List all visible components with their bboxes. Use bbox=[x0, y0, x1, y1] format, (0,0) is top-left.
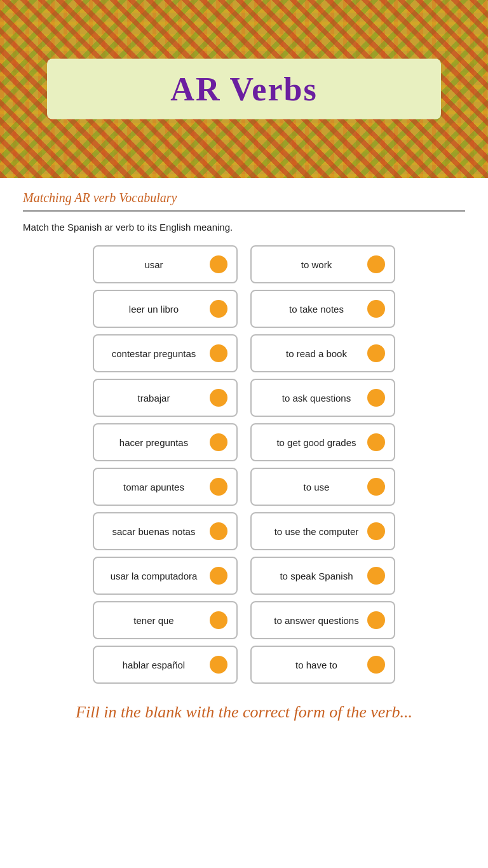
left-connector-dot[interactable] bbox=[210, 433, 227, 451]
english-term: to read a book bbox=[261, 348, 367, 359]
left-connector-dot[interactable] bbox=[210, 255, 227, 273]
spanish-term: hacer preguntas bbox=[103, 437, 210, 448]
english-term: to get good grades bbox=[261, 437, 367, 448]
english-card[interactable]: to read a book bbox=[250, 334, 395, 372]
left-connector-dot[interactable] bbox=[210, 300, 227, 318]
matching-row: sacar buenas notasto use the computer bbox=[23, 512, 465, 550]
english-card[interactable]: to work bbox=[250, 245, 395, 283]
bottom-title: Fill in the blank with the correct form … bbox=[23, 703, 465, 722]
left-connector-dot[interactable] bbox=[210, 478, 227, 496]
spanish-term: tomar apuntes bbox=[103, 482, 210, 492]
spanish-term: trabajar bbox=[103, 393, 210, 403]
english-term: to ask questions bbox=[261, 393, 367, 403]
right-connector-dot[interactable] bbox=[367, 567, 385, 585]
matching-row: tener queto answer questions bbox=[23, 601, 465, 639]
left-connector-dot[interactable] bbox=[210, 522, 227, 540]
header-background: AR Verbs bbox=[0, 0, 488, 178]
right-connector-dot[interactable] bbox=[367, 656, 385, 674]
matching-grid: usarto workleer un libroto take notescon… bbox=[23, 245, 465, 684]
right-connector-dot[interactable] bbox=[367, 300, 385, 318]
right-connector-dot[interactable] bbox=[367, 478, 385, 496]
english-card[interactable]: to ask questions bbox=[250, 379, 395, 417]
english-card[interactable]: to answer questions bbox=[250, 601, 395, 639]
spanish-card[interactable]: hablar español bbox=[93, 646, 238, 684]
matching-row: contestar preguntasto read a book bbox=[23, 334, 465, 372]
right-connector-dot[interactable] bbox=[367, 433, 385, 451]
section-instruction: Match the Spanish ar verb to its English… bbox=[23, 222, 465, 233]
left-connector-dot[interactable] bbox=[210, 567, 227, 585]
english-term: to use the computer bbox=[261, 526, 367, 537]
spanish-card[interactable]: contestar preguntas bbox=[93, 334, 238, 372]
spanish-card[interactable]: tener que bbox=[93, 601, 238, 639]
spanish-card[interactable]: hacer preguntas bbox=[93, 423, 238, 461]
spanish-term: usar bbox=[103, 259, 210, 270]
english-card[interactable]: to have to bbox=[250, 646, 395, 684]
spanish-card[interactable]: usar bbox=[93, 245, 238, 283]
english-term: to have to bbox=[261, 660, 367, 670]
section-title: Matching AR verb Vocabulary bbox=[23, 191, 465, 205]
right-connector-dot[interactable] bbox=[367, 389, 385, 407]
spanish-card[interactable]: tomar apuntes bbox=[93, 468, 238, 506]
english-term: to work bbox=[261, 259, 367, 270]
english-card[interactable]: to take notes bbox=[250, 290, 395, 328]
section-divider bbox=[23, 210, 465, 212]
english-card[interactable]: to use bbox=[250, 468, 395, 506]
spanish-term: contestar preguntas bbox=[103, 348, 210, 359]
left-connector-dot[interactable] bbox=[210, 656, 227, 674]
header-title-box: AR Verbs bbox=[47, 59, 441, 119]
spanish-term: sacar buenas notas bbox=[103, 526, 210, 537]
matching-row: tomar apuntesto use bbox=[23, 468, 465, 506]
english-term: to take notes bbox=[261, 304, 367, 315]
english-term: to speak Spanish bbox=[261, 571, 367, 581]
english-card[interactable]: to speak Spanish bbox=[250, 557, 395, 595]
right-connector-dot[interactable] bbox=[367, 255, 385, 273]
main-content: Matching AR verb Vocabulary Match the Sp… bbox=[0, 178, 488, 747]
spanish-term: tener que bbox=[103, 615, 210, 626]
matching-row: usarto work bbox=[23, 245, 465, 283]
matching-row: hacer preguntasto get good grades bbox=[23, 423, 465, 461]
right-connector-dot[interactable] bbox=[367, 611, 385, 629]
matching-row: trabajarto ask questions bbox=[23, 379, 465, 417]
english-card[interactable]: to get good grades bbox=[250, 423, 395, 461]
spanish-card[interactable]: trabajar bbox=[93, 379, 238, 417]
spanish-card[interactable]: usar la computadora bbox=[93, 557, 238, 595]
page-title: AR Verbs bbox=[85, 71, 403, 108]
spanish-card[interactable]: sacar buenas notas bbox=[93, 512, 238, 550]
matching-row: usar la computadorato speak Spanish bbox=[23, 557, 465, 595]
spanish-term: leer un libro bbox=[103, 304, 210, 315]
matching-row: leer un libroto take notes bbox=[23, 290, 465, 328]
left-connector-dot[interactable] bbox=[210, 344, 227, 362]
left-connector-dot[interactable] bbox=[210, 389, 227, 407]
matching-row: hablar españolto have to bbox=[23, 646, 465, 684]
spanish-card[interactable]: leer un libro bbox=[93, 290, 238, 328]
left-connector-dot[interactable] bbox=[210, 611, 227, 629]
spanish-term: hablar español bbox=[103, 660, 210, 670]
right-connector-dot[interactable] bbox=[367, 522, 385, 540]
right-connector-dot[interactable] bbox=[367, 344, 385, 362]
english-term: to answer questions bbox=[261, 615, 367, 626]
spanish-term: usar la computadora bbox=[103, 571, 210, 581]
english-card[interactable]: to use the computer bbox=[250, 512, 395, 550]
english-term: to use bbox=[261, 482, 367, 492]
